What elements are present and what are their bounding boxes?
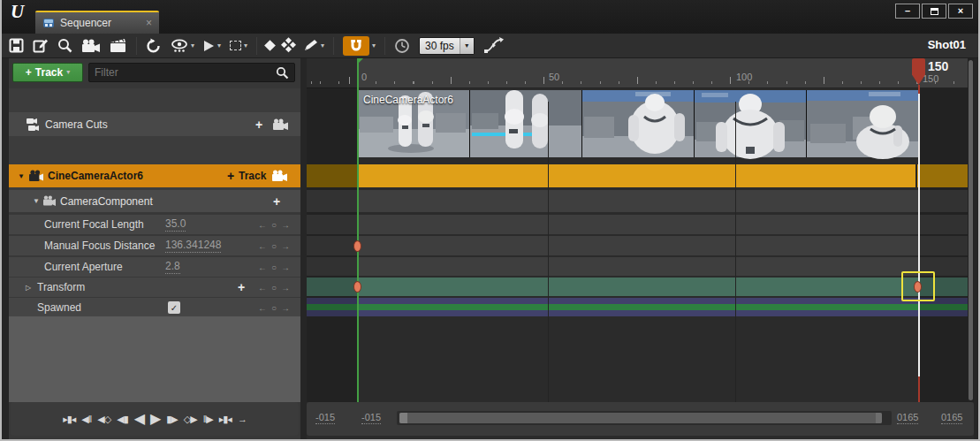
next-key-icon[interactable]: → bbox=[281, 262, 290, 272]
tab-close-icon[interactable]: × bbox=[146, 17, 152, 29]
track-row-spawned[interactable]: Spawned ✓ ← ○ → bbox=[9, 298, 300, 317]
fps-dropdown[interactable]: 30 fps ▾ bbox=[419, 37, 475, 55]
property-row-focus-distance[interactable]: Manual Focus Distance 136.341248 ← ○ → bbox=[9, 236, 300, 255]
property-value[interactable]: 136.341248 bbox=[165, 239, 221, 253]
to-end-button[interactable]: ‖▶ bbox=[203, 414, 213, 424]
track-row-transform[interactable]: ▷ Transform + ← ○ → bbox=[9, 278, 300, 297]
expanded-arrow-icon[interactable]: ▼ bbox=[33, 197, 40, 205]
lane-spawned-stripe[interactable] bbox=[307, 304, 968, 310]
next-key-icon[interactable]: → bbox=[281, 241, 290, 251]
camera-lock-icon[interactable] bbox=[272, 118, 289, 131]
tab-sequencer[interactable]: Sequencer × bbox=[35, 11, 159, 34]
lane-focal-length[interactable] bbox=[307, 215, 968, 234]
view-options-button[interactable]: ▾ bbox=[171, 39, 194, 53]
time-display-button[interactable] bbox=[394, 38, 410, 54]
play-reverse-button[interactable]: ◀ bbox=[134, 412, 144, 426]
view-range-start[interactable]: -015 bbox=[315, 412, 335, 424]
component-name-label: CameraComponent bbox=[60, 195, 153, 208]
next-key-icon[interactable]: → bbox=[281, 283, 290, 293]
set-playback-end-button[interactable]: ▸▮◂ bbox=[219, 414, 232, 424]
collapsed-arrow-icon[interactable]: ▷ bbox=[26, 284, 31, 292]
working-range-end[interactable]: 0165 bbox=[897, 412, 918, 424]
save-button[interactable] bbox=[9, 38, 24, 53]
property-value[interactable]: 35.0 bbox=[165, 217, 186, 232]
keyframe-selection-box[interactable] bbox=[901, 271, 935, 301]
play-button[interactable]: ▶ bbox=[150, 412, 160, 426]
keyframe-focus-distance-f0[interactable] bbox=[353, 240, 361, 252]
lane-transform[interactable] bbox=[307, 278, 968, 296]
property-row-aperture[interactable]: Current Aperture 2.8 ← ○ → bbox=[9, 257, 300, 277]
property-value[interactable]: 2.8 bbox=[165, 260, 180, 274]
playback-start-line[interactable] bbox=[357, 58, 359, 402]
lane-cameracomponent[interactable] bbox=[307, 190, 968, 212]
camera-cuts-add-button[interactable]: + bbox=[255, 118, 262, 131]
camera-cuts-section-bar[interactable] bbox=[307, 164, 968, 187]
filter-searchbox[interactable] bbox=[88, 63, 295, 82]
playback-options-button[interactable]: ▾ bbox=[203, 40, 221, 52]
prev-key-icon[interactable]: ← bbox=[258, 303, 267, 313]
prev-key-icon[interactable]: ← bbox=[258, 241, 267, 251]
lane-aperture[interactable] bbox=[307, 257, 968, 276]
keyframe-transform-f0[interactable] bbox=[353, 281, 361, 293]
render-movie-button[interactable] bbox=[110, 38, 127, 53]
magnet-toggle[interactable] bbox=[343, 36, 369, 56]
timeline-ruler[interactable]: 0 50 100 bbox=[307, 58, 968, 88]
track-row-cinecameraactor[interactable]: ▼ CineCameraActor6 + Track bbox=[9, 164, 300, 187]
select-edit-options-button[interactable]: ▾ bbox=[230, 41, 247, 50]
previous-keyframe-button[interactable]: ◀◇ bbox=[97, 414, 110, 424]
track-row-cameracomponent[interactable]: ▼ CameraComponent + bbox=[9, 190, 300, 212]
horizontal-scrollbar-thumb[interactable] bbox=[399, 413, 882, 423]
create-camera-button[interactable] bbox=[81, 39, 101, 53]
vertical-scrollbar-thumb[interactable] bbox=[969, 60, 973, 400]
filter-input[interactable] bbox=[89, 66, 276, 79]
keyframe-button[interactable] bbox=[266, 42, 274, 49]
lane-focus-distance[interactable] bbox=[307, 236, 968, 255]
to-front-button[interactable]: ◀‖ bbox=[81, 414, 91, 424]
save-as-button[interactable] bbox=[33, 38, 49, 53]
property-row-focal-length[interactable]: Current Focal Length 35.0 ← ○ → bbox=[9, 215, 300, 234]
snapping-button[interactable]: ▾ bbox=[343, 36, 376, 56]
horizontal-scrollbar[interactable] bbox=[397, 411, 892, 425]
lane-spawned-bottom[interactable] bbox=[307, 310, 968, 316]
component-add-button[interactable]: + bbox=[273, 195, 280, 208]
playback-mode-button[interactable]: → bbox=[238, 414, 247, 424]
expanded-arrow-icon[interactable]: ▼ bbox=[18, 172, 25, 180]
next-keyframe-button[interactable]: ◇▶ bbox=[184, 414, 197, 424]
vertical-scrollbar[interactable] bbox=[968, 58, 974, 402]
keyframe-all-button[interactable] bbox=[283, 40, 294, 51]
step-forward-button[interactable]: ▮▶ bbox=[166, 414, 178, 424]
prev-key-icon[interactable]: ← bbox=[258, 220, 267, 230]
add-key-icon[interactable]: ○ bbox=[271, 303, 277, 313]
search-button[interactable] bbox=[57, 38, 72, 53]
set-playback-start-button[interactable]: ▸▮◂ bbox=[63, 414, 75, 424]
actor-add-track-plus-icon[interactable]: + bbox=[227, 170, 234, 182]
add-key-icon[interactable]: ○ bbox=[271, 262, 277, 272]
minimize-button[interactable]: – bbox=[895, 4, 920, 19]
curve-editor-button[interactable] bbox=[483, 37, 505, 54]
maximize-button[interactable] bbox=[922, 4, 946, 19]
working-range-start[interactable]: -015 bbox=[361, 412, 381, 424]
add-key-icon[interactable]: ○ bbox=[271, 283, 277, 293]
lane-spawned-top[interactable] bbox=[307, 298, 968, 304]
actor-add-track-label[interactable]: Track bbox=[239, 170, 266, 182]
add-track-button[interactable]: + Track ▾ bbox=[12, 63, 83, 82]
add-key-icon[interactable]: ○ bbox=[271, 220, 277, 230]
view-range-end[interactable]: 0165 bbox=[941, 412, 962, 424]
prev-key-icon[interactable]: ← bbox=[258, 283, 267, 293]
add-key-icon[interactable]: ○ bbox=[271, 241, 277, 251]
close-button[interactable]: × bbox=[948, 4, 973, 19]
auto-key-options-button[interactable]: ▾ bbox=[303, 39, 324, 52]
scrollbar-right-handle[interactable] bbox=[876, 413, 882, 423]
spawned-checkbox[interactable]: ✓ bbox=[168, 301, 180, 314]
prev-key-icon[interactable]: ← bbox=[258, 262, 267, 272]
undo-button[interactable] bbox=[146, 38, 162, 54]
next-key-icon[interactable]: → bbox=[281, 303, 290, 313]
playhead-line[interactable] bbox=[918, 85, 920, 402]
next-key-icon[interactable]: → bbox=[281, 220, 290, 230]
camera-cuts-row[interactable]: Camera Cuts + bbox=[9, 112, 300, 136]
transform-add-button[interactable]: + bbox=[238, 281, 245, 293]
camera-lock-icon[interactable] bbox=[271, 170, 288, 182]
scrollbar-left-handle[interactable] bbox=[399, 413, 407, 423]
snapping-caret-icon[interactable]: ▾ bbox=[372, 42, 376, 49]
step-backward-button[interactable]: ◀▮ bbox=[117, 414, 128, 424]
